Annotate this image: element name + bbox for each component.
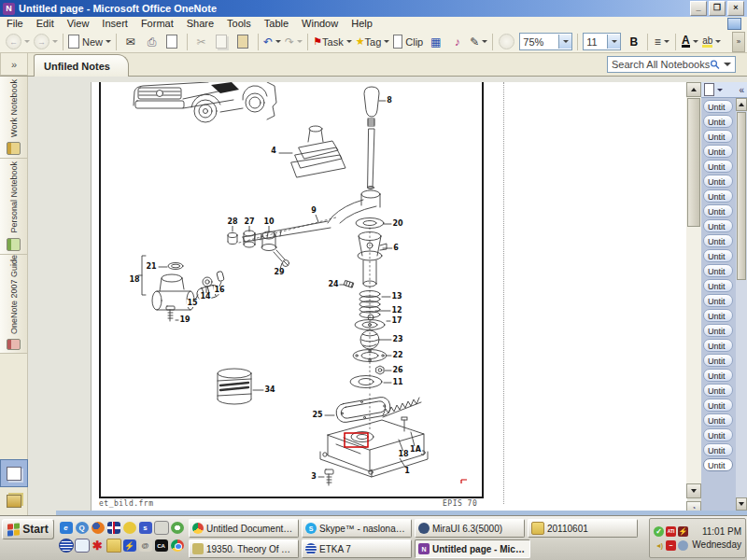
internet-explorer-icon[interactable] xyxy=(60,522,73,534)
taskbar-button-folder[interactable]: 20110601 xyxy=(528,519,638,538)
menu-edit[interactable]: Edit xyxy=(30,18,61,29)
paste-button[interactable] xyxy=(233,33,255,50)
close-button[interactable]: × xyxy=(727,1,744,16)
notebook-personal[interactable]: Personal Notebook xyxy=(0,159,27,255)
page-tab[interactable]: Untit xyxy=(703,354,733,367)
menu-table[interactable]: Table xyxy=(258,18,295,29)
tabs-scroll-down-button[interactable] xyxy=(736,497,747,511)
page-tab[interactable]: Untit xyxy=(703,384,733,397)
search-icon[interactable] xyxy=(710,59,720,70)
firefox-icon[interactable] xyxy=(92,522,105,534)
back-button[interactable]: ← xyxy=(4,33,32,50)
menu-view[interactable]: View xyxy=(61,18,96,29)
taskbar-button-miraui[interactable]: MiraUI 6.3(5000) xyxy=(415,519,525,538)
collapse-page-tabs-icon[interactable]: « xyxy=(739,85,744,95)
vertical-scrollbar[interactable] xyxy=(686,82,701,498)
task-button[interactable]: ⚑Task xyxy=(311,33,354,50)
page-tab[interactable]: Untit xyxy=(703,189,733,203)
clip-button[interactable]: Clip xyxy=(391,33,425,50)
ati-tray-icon[interactable] xyxy=(666,526,676,537)
insert-audio-button[interactable]: ♪ xyxy=(446,33,468,50)
scroll-up-button[interactable] xyxy=(686,82,701,97)
all-notebooks-button[interactable] xyxy=(0,487,28,515)
scrollbar-thumb[interactable] xyxy=(687,98,700,227)
notebook-work[interactable]: Work Notebook xyxy=(0,77,27,159)
page-tab[interactable]: Untit xyxy=(703,294,733,307)
bullets-button[interactable]: ≡ xyxy=(651,33,672,50)
cut-button[interactable]: ✂ xyxy=(190,33,212,50)
menu-help[interactable]: Help xyxy=(345,18,379,29)
record-button[interactable] xyxy=(496,33,517,50)
page-tab[interactable]: Untit xyxy=(703,458,733,471)
note-page[interactable]: 8492827102062921182414161519131217232226… xyxy=(91,82,687,511)
unfiled-notes-button[interactable] xyxy=(0,459,28,487)
menu-format[interactable]: Format xyxy=(134,18,180,29)
print-preview-button[interactable] xyxy=(162,33,184,50)
restore-button[interactable]: ❐ xyxy=(709,1,726,16)
new-page-dropdown-icon[interactable] xyxy=(717,89,723,91)
pen-button[interactable]: ✎ xyxy=(468,33,489,50)
toolbar-options-button[interactable]: » xyxy=(732,32,745,52)
highlight-button[interactable]: ab xyxy=(700,33,723,50)
font-color-button[interactable]: A xyxy=(679,33,700,50)
page-tab[interactable]: Untit xyxy=(703,279,733,292)
page-tab[interactable]: Untit xyxy=(703,204,733,217)
antivirus-check-tray-icon[interactable] xyxy=(654,526,664,537)
page-tab[interactable]: Untit xyxy=(703,115,733,128)
page-tab[interactable]: Untit xyxy=(703,428,733,441)
menu-window[interactable]: Window xyxy=(295,18,345,29)
taskbar-button-onenote-active[interactable]: Untitled page - Micro... xyxy=(415,539,530,558)
forward-button[interactable]: → xyxy=(32,33,60,50)
page-tab[interactable]: Untit xyxy=(703,160,733,173)
tag-button[interactable]: ★Tag xyxy=(354,33,392,50)
taskbar-button-etka[interactable]: ETKA 7 xyxy=(302,539,412,558)
copy-button[interactable] xyxy=(212,33,233,50)
flash-icon[interactable] xyxy=(123,539,136,552)
powerstrip-tray-icon[interactable] xyxy=(678,526,688,537)
taskbar-button-document[interactable]: 19350. Theory Of A De... xyxy=(189,539,299,558)
search-scope-dropdown-icon[interactable] xyxy=(724,63,731,66)
menu-insert[interactable]: Insert xyxy=(95,18,134,29)
page-tab[interactable]: Untit xyxy=(703,339,733,352)
page-tab[interactable]: Untit xyxy=(703,309,733,322)
tabs-scrollbar-thumb[interactable] xyxy=(737,112,746,280)
folder-icon[interactable] xyxy=(106,539,121,553)
page-tabs-scrollbar[interactable] xyxy=(736,98,747,511)
page-tab[interactable]: Untit xyxy=(703,219,733,232)
taskbar-button-skype[interactable]: Skype™ - naslonamakar... xyxy=(302,519,412,538)
winamp-icon[interactable] xyxy=(139,522,152,534)
email-button[interactable]: ✉ xyxy=(120,33,141,50)
redo-button[interactable]: ↷ xyxy=(283,33,304,50)
zoom-combo[interactable]: 75% xyxy=(519,33,572,50)
chrome-icon[interactable] xyxy=(171,539,184,552)
title-bar[interactable]: N Untitled page - Microsoft Office OneNo… xyxy=(0,0,747,17)
scroll-down-button[interactable] xyxy=(686,483,701,498)
volume-tray-icon[interactable] xyxy=(654,540,664,551)
page-tab[interactable]: Untit xyxy=(703,413,733,427)
full-page-view-icon[interactable] xyxy=(727,18,741,30)
undo-button[interactable]: ↶ xyxy=(261,33,283,50)
notebook-guide[interactable]: OneNote 2007 Guide xyxy=(0,255,27,354)
taskbar-button-browser[interactable]: Untitled Document - Go... xyxy=(189,519,299,538)
quicktime-icon[interactable] xyxy=(76,522,89,534)
page-tab[interactable]: Untit xyxy=(703,175,733,188)
bold-button[interactable]: B xyxy=(623,33,644,50)
font-size-combo[interactable]: 11 xyxy=(583,33,621,50)
uk-flag-icon[interactable] xyxy=(107,522,120,534)
new-page-tab-icon[interactable] xyxy=(704,83,714,96)
print-button[interactable]: ⎙︎ xyxy=(141,33,162,50)
page-tab[interactable]: Untit xyxy=(703,100,733,113)
tabs-scroll-up-button[interactable] xyxy=(736,98,747,111)
terminal-icon[interactable] xyxy=(155,539,168,552)
menu-tools[interactable]: Tools xyxy=(220,18,258,29)
tab-unfiled-notes[interactable]: Unfiled Notes xyxy=(34,54,129,77)
start-button[interactable]: Start xyxy=(2,519,54,539)
etka-icon[interactable] xyxy=(59,539,74,553)
menu-file[interactable]: File xyxy=(0,18,30,29)
page-tab[interactable]: Untit xyxy=(703,130,733,143)
update-tray-icon[interactable] xyxy=(678,540,688,551)
avg-tray-icon[interactable] xyxy=(666,540,676,551)
page-tab[interactable]: Untit xyxy=(703,369,733,382)
insert-table-button[interactable]: ▦ xyxy=(425,33,446,50)
page-tab[interactable]: Untit xyxy=(703,249,733,262)
